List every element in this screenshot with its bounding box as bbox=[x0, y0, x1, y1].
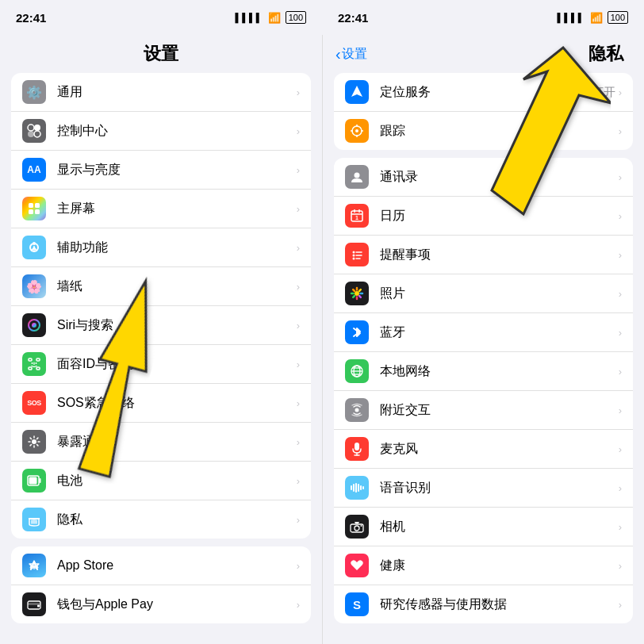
reminders-icon bbox=[345, 243, 369, 266]
microphone-icon bbox=[345, 437, 369, 461]
location-value: 打开 bbox=[592, 85, 615, 100]
microphone-label: 麦克风 bbox=[380, 441, 619, 458]
appstore-label: App Store bbox=[57, 558, 297, 573]
svg-rect-34 bbox=[29, 518, 40, 519]
speech-chevron: › bbox=[619, 482, 622, 494]
svg-point-44 bbox=[355, 173, 360, 178]
svg-line-61 bbox=[353, 289, 355, 291]
svg-rect-33 bbox=[29, 477, 37, 485]
svg-rect-37 bbox=[37, 605, 40, 608]
svg-line-30 bbox=[30, 445, 31, 446]
accessibility-label: 辅助功能 bbox=[57, 240, 297, 256]
settings-item-appstore[interactable]: App Store › bbox=[11, 546, 311, 585]
svg-rect-7 bbox=[35, 209, 40, 214]
svg-line-63 bbox=[359, 289, 361, 291]
general-icon: ⚙️ bbox=[22, 80, 46, 104]
svg-line-64 bbox=[353, 296, 355, 297]
settings-section-2: App Store › 钱包与Apple Pay bbox=[11, 546, 311, 623]
svg-point-70 bbox=[355, 408, 359, 412]
camera-icon bbox=[345, 515, 369, 539]
siri-chevron: › bbox=[297, 320, 300, 332]
settings-item-sos[interactable]: SOS SOS紧急联络 › bbox=[11, 384, 311, 423]
nearby-chevron: › bbox=[619, 404, 622, 416]
privacy-item-contacts[interactable]: 通讯录 › bbox=[334, 158, 633, 197]
contacts-label: 通讯录 bbox=[380, 169, 619, 186]
calendar-chevron: › bbox=[619, 210, 622, 222]
privacy-item-research[interactable]: S 研究传感器与使用数据 › bbox=[334, 585, 633, 623]
face-id-icon bbox=[22, 352, 46, 376]
right-panel-title: 隐私 bbox=[588, 42, 623, 66]
svg-point-52 bbox=[353, 258, 355, 260]
privacy-item-local-network[interactable]: 本地网络 › bbox=[334, 352, 633, 391]
settings-item-privacy[interactable]: 隐私 › bbox=[11, 500, 311, 539]
settings-item-homescreen[interactable]: 主屏幕 › bbox=[11, 190, 311, 228]
back-button[interactable]: ‹ 设置 bbox=[335, 46, 367, 63]
nearby-label: 附近交互 bbox=[380, 402, 619, 419]
settings-item-face-id[interactable]: 面容ID与密码 › bbox=[11, 345, 311, 384]
privacy-label: 隐私 bbox=[57, 512, 297, 528]
control-center-label: 控制中心 bbox=[57, 123, 297, 140]
privacy-item-location[interactable]: 定位服务 打开 › bbox=[334, 73, 633, 112]
svg-point-50 bbox=[353, 251, 355, 254]
svg-rect-77 bbox=[358, 484, 359, 492]
svg-point-2 bbox=[28, 131, 34, 137]
back-chevron-icon: ‹ bbox=[335, 46, 341, 62]
battery-icon-left: 100 bbox=[286, 11, 306, 24]
research-icon: S bbox=[345, 592, 369, 616]
settings-item-accessibility[interactable]: 辅助功能 › bbox=[11, 228, 311, 267]
health-label: 健康 bbox=[380, 558, 619, 574]
privacy-item-nearby[interactable]: 附近交互 › bbox=[334, 391, 633, 430]
privacy-item-speech[interactable]: 语音识别 › bbox=[334, 469, 633, 508]
settings-item-wallpaper[interactable]: 🌸 墙纸 › bbox=[11, 267, 311, 306]
location-chevron: › bbox=[619, 86, 622, 98]
privacy-item-reminders[interactable]: 提醒事项 › bbox=[334, 236, 633, 274]
svg-rect-71 bbox=[355, 443, 359, 450]
settings-item-general[interactable]: ⚙️ 通用 › bbox=[11, 73, 311, 112]
nearby-icon bbox=[345, 398, 369, 422]
privacy-item-calendar[interactable]: 1 日历 › bbox=[334, 197, 633, 236]
privacy-item-photos[interactable]: 照片 › bbox=[334, 274, 633, 313]
svg-rect-79 bbox=[362, 486, 364, 489]
svg-point-14 bbox=[32, 323, 36, 328]
contacts-chevron: › bbox=[619, 171, 622, 183]
general-label: 通用 bbox=[57, 84, 297, 101]
microphone-chevron: › bbox=[619, 443, 622, 455]
speech-icon bbox=[345, 476, 369, 500]
privacy-item-microphone[interactable]: 麦克风 › bbox=[334, 430, 633, 469]
svg-point-22 bbox=[32, 439, 36, 444]
privacy-item-bluetooth[interactable]: 蓝牙 › bbox=[334, 313, 633, 352]
settings-item-exposure[interactable]: 暴露通知 › bbox=[11, 423, 311, 462]
accessibility-chevron: › bbox=[297, 242, 300, 254]
wifi-icon-left: 📶 bbox=[268, 12, 281, 24]
health-chevron: › bbox=[619, 560, 622, 572]
sos-chevron: › bbox=[297, 397, 300, 409]
svg-rect-78 bbox=[360, 485, 362, 490]
face-id-chevron: › bbox=[297, 358, 300, 370]
siri-label: Siri与搜索 bbox=[57, 317, 297, 334]
appstore-chevron: › bbox=[297, 560, 300, 572]
svg-rect-74 bbox=[351, 485, 352, 490]
privacy-item-health[interactable]: 健康 › bbox=[334, 546, 633, 585]
time-left: 22:41 bbox=[16, 11, 46, 25]
settings-item-display[interactable]: AA 显示与亮度 › bbox=[11, 151, 311, 190]
exposure-icon bbox=[22, 430, 46, 454]
settings-item-siri[interactable]: Siri与搜索 › bbox=[11, 306, 311, 345]
svg-point-0 bbox=[28, 125, 34, 131]
settings-item-control-center[interactable]: 控制中心 › bbox=[11, 112, 311, 151]
location-icon bbox=[345, 80, 369, 104]
general-chevron: › bbox=[297, 86, 300, 98]
bluetooth-label: 蓝牙 bbox=[380, 324, 619, 341]
left-panel-title: 设置 bbox=[144, 42, 178, 66]
privacy-item-camera[interactable]: 相机 › bbox=[334, 508, 633, 546]
svg-line-28 bbox=[37, 445, 38, 446]
settings-item-wallet[interactable]: 钱包与Apple Pay › bbox=[11, 585, 311, 623]
settings-item-battery[interactable]: 电池 › bbox=[11, 462, 311, 500]
sos-label: SOS紧急联络 bbox=[57, 395, 297, 412]
privacy-item-tracking[interactable]: 跟踪 › bbox=[334, 112, 633, 150]
face-id-label: 面容ID与密码 bbox=[57, 356, 297, 373]
calendar-icon: 1 bbox=[345, 204, 369, 228]
svg-rect-18 bbox=[36, 367, 40, 370]
sos-icon: SOS bbox=[22, 391, 46, 415]
tracking-icon bbox=[345, 119, 369, 143]
wallpaper-label: 墙纸 bbox=[57, 278, 297, 295]
